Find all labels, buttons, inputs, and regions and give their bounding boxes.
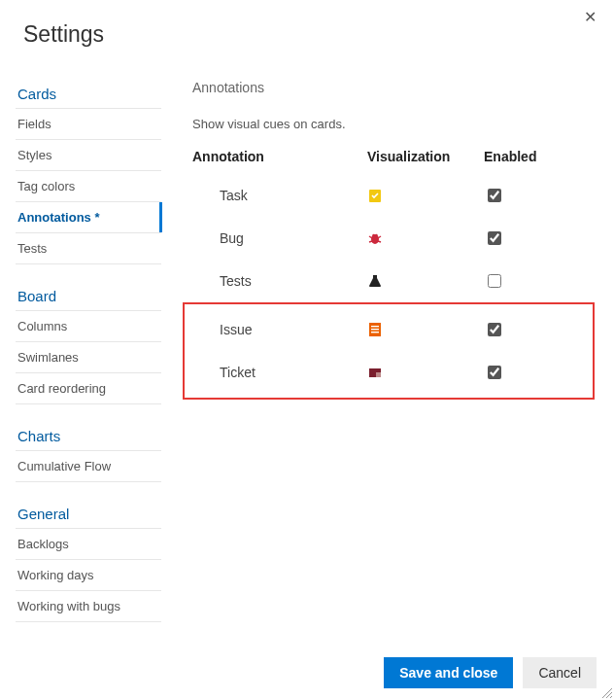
- annotations-panel: Annotations Show visual cues on cards. A…: [161, 55, 614, 622]
- col-header-enabled: Enabled: [484, 149, 542, 164]
- col-header-annotation: Annotation: [192, 149, 367, 164]
- bug-icon: [367, 230, 383, 246]
- svg-rect-9: [371, 326, 379, 327]
- annotation-name: Bug: [192, 230, 367, 246]
- annotation-name: Tests: [192, 273, 367, 289]
- annotation-row-issue: Issue: [192, 308, 593, 351]
- svg-line-4: [369, 241, 372, 242]
- sidebar-item-fields[interactable]: Fields: [16, 108, 161, 139]
- annotation-row-ticket: Ticket: [192, 351, 593, 394]
- annotation-row-bug: Bug: [192, 217, 595, 260]
- panel-heading: Annotations: [192, 80, 595, 95]
- sidebar-group-cards: Cards: [16, 80, 161, 108]
- sidebar-item-styles[interactable]: Styles: [16, 139, 161, 170]
- sidebar-item-columns[interactable]: Columns: [16, 310, 161, 341]
- annotation-row-task: Task: [192, 174, 595, 217]
- sidebar-item-tests[interactable]: Tests: [16, 232, 161, 264]
- sidebar-group-general: General: [16, 500, 161, 528]
- enabled-checkbox-task[interactable]: [488, 189, 501, 202]
- panel-subtitle: Show visual cues on cards.: [192, 117, 595, 131]
- svg-line-2: [369, 236, 372, 238]
- annotation-row-tests: Tests: [192, 260, 595, 302]
- annotation-name: Issue: [192, 322, 367, 337]
- sidebar-item-tag-colors[interactable]: Tag colors: [16, 170, 161, 201]
- list-icon: [367, 322, 383, 337]
- svg-point-6: [372, 234, 374, 236]
- annotations-table-header: Annotation Visualization Enabled: [192, 149, 595, 174]
- highlighted-rows: Issue Ticket: [183, 302, 595, 400]
- task-icon: [367, 188, 383, 203]
- cancel-button[interactable]: Cancel: [523, 657, 597, 688]
- enabled-checkbox-tests[interactable]: [488, 274, 501, 288]
- dialog-title: Settings: [0, 0, 614, 55]
- ticket-icon: [367, 365, 383, 380]
- sidebar-item-annotations[interactable]: Annotations *: [16, 201, 161, 232]
- save-and-close-button[interactable]: Save and close: [384, 657, 513, 688]
- close-icon[interactable]: ✕: [584, 10, 597, 25]
- resize-grip-icon[interactable]: [600, 686, 612, 698]
- svg-line-5: [378, 241, 381, 242]
- enabled-checkbox-ticket[interactable]: [488, 366, 501, 379]
- enabled-checkbox-bug[interactable]: [488, 231, 501, 245]
- svg-point-7: [375, 234, 377, 236]
- svg-line-3: [378, 236, 381, 238]
- sidebar-item-card-reordering[interactable]: Card reordering: [16, 372, 161, 404]
- svg-line-16: [610, 696, 612, 698]
- svg-rect-10: [371, 329, 379, 330]
- annotation-name: Task: [192, 188, 367, 203]
- svg-rect-13: [376, 372, 381, 377]
- sidebar-item-backlogs[interactable]: Backlogs: [16, 528, 161, 559]
- flask-icon: [367, 273, 383, 289]
- sidebar-item-working-with-bugs[interactable]: Working with bugs: [16, 590, 161, 622]
- sidebar-item-swimlanes[interactable]: Swimlanes: [16, 341, 161, 372]
- sidebar-item-cumulative-flow[interactable]: Cumulative Flow: [16, 450, 161, 482]
- enabled-checkbox-issue[interactable]: [488, 323, 501, 336]
- svg-point-1: [371, 234, 379, 244]
- settings-sidebar: Cards Fields Styles Tag colors Annotatio…: [16, 55, 161, 622]
- sidebar-group-charts: Charts: [16, 422, 161, 450]
- sidebar-item-working-days[interactable]: Working days: [16, 559, 161, 590]
- svg-rect-11: [371, 332, 379, 332]
- col-header-visualization: Visualization: [367, 149, 484, 164]
- sidebar-group-board: Board: [16, 282, 161, 310]
- annotation-name: Ticket: [192, 365, 367, 380]
